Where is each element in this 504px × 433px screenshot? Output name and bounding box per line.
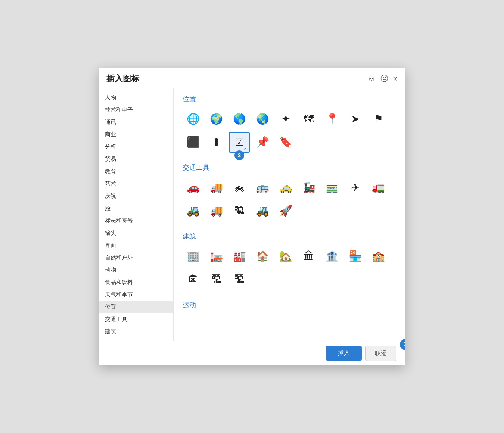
silo-icon: 🏗	[211, 273, 221, 286]
header-right: ☺ ☹ ×	[367, 74, 398, 84]
icon-cell-bus[interactable]: 🚌	[252, 177, 273, 198]
icon-cell-office1[interactable]: 🏢	[183, 246, 203, 267]
icon-cell-taxi[interactable]: 🚕	[275, 177, 296, 198]
tractor-icon: 🚜	[256, 205, 269, 217]
icon-cell-checkclock[interactable]: ☑2	[229, 132, 250, 153]
map-icon: 🗺	[304, 113, 314, 125]
icon-cell-direction[interactable]: ⬆	[206, 132, 227, 153]
icon-cell-car[interactable]: 🚗	[183, 177, 203, 198]
navigate-icon: ➤	[351, 113, 360, 125]
happy-emoji-btn[interactable]: ☺	[367, 74, 376, 84]
icon-cell-globe3[interactable]: 🌎	[229, 109, 250, 130]
school-icon: 🏫	[372, 250, 385, 262]
sidebar-item-business[interactable]: 商业	[99, 128, 173, 141]
plane-icon: ✈	[351, 181, 360, 194]
icon-cell-house2[interactable]: 🏡	[275, 246, 296, 267]
sidebar-item-tech[interactable]: 技术和电子	[99, 104, 173, 116]
sidebar-item-location[interactable]: 位置1	[99, 301, 173, 313]
sidebar-item-building[interactable]: 建筑	[99, 325, 173, 338]
icon-cell-bookmark[interactable]: 🔖	[275, 132, 296, 153]
sidebar-item-people[interactable]: 人物	[99, 91, 173, 104]
icon-cell-truck[interactable]: 🚚	[206, 177, 227, 198]
barn-icon: 🏚	[188, 273, 198, 286]
icon-cell-bank[interactable]: 🏦	[321, 246, 342, 267]
sidebar-item-interface[interactable]: 界面	[99, 239, 173, 252]
crane-icon: 🏗	[234, 205, 245, 217]
globe2-icon: 🌍	[210, 113, 223, 125]
globe3-icon: 🌎	[233, 113, 246, 125]
icon-cell-tram[interactable]: 🚃	[321, 177, 342, 198]
icon-cell-tractor[interactable]: 🚜	[252, 200, 273, 221]
sidebar-item-arrows[interactable]: 箭头	[99, 227, 173, 239]
sidebar-item-celebrate[interactable]: 庆祝	[99, 190, 173, 202]
cancel-button[interactable]: 职逻	[365, 346, 396, 361]
train-icon: 🚂	[302, 181, 315, 194]
sidebar-item-analysis[interactable]: 分析	[99, 141, 173, 153]
sidebar-item-animals[interactable]: 动物	[99, 264, 173, 276]
sidebar-item-education[interactable]: 教育	[99, 165, 173, 178]
icon-cell-house1[interactable]: 🏠	[252, 246, 273, 267]
icon-cell-office2[interactable]: 🏣	[206, 246, 227, 267]
icon-cell-store[interactable]: 🏪	[345, 246, 365, 267]
globe4-icon: 🌏	[256, 113, 269, 125]
sidebar-item-nature[interactable]: 自然和户外	[99, 252, 173, 264]
sidebar-item-comm[interactable]: 通讯	[99, 116, 173, 128]
icon-cell-globe4[interactable]: 🌏	[252, 109, 273, 130]
bus-icon: 🚌	[256, 181, 269, 194]
icon-cell-bulldozer[interactable]: 🚜	[183, 200, 203, 221]
icon-cell-motorbike[interactable]: 🏍	[229, 177, 250, 198]
dumptruck-icon: 🚛	[372, 181, 385, 194]
section-sports: 运动	[183, 300, 398, 309]
icon-cell-rocket[interactable]: 🚀	[275, 200, 296, 221]
sidebar-item-art[interactable]: 艺术	[99, 178, 173, 190]
section-title-sports: 运动	[183, 300, 398, 309]
icon-cell-globe2[interactable]: 🌍	[206, 109, 227, 130]
towtruck-icon: 🚚	[210, 205, 223, 217]
taxi-icon: 🚕	[279, 181, 292, 194]
dialog-footer: 插入 职逻 3	[99, 341, 405, 365]
main-content: 位置🌐🌍🌎🌏✦🗺📍➤⚑⬛⬆☑2📌🔖交通工具🚗🚚🏍🚌🚕🚂🚃✈🚛🚜🚚🏗🚜🚀建筑🏢🏣🏭…	[174, 88, 405, 341]
icon-cell-sign[interactable]: ⬛	[183, 132, 203, 153]
icon-cell-school[interactable]: 🏫	[368, 246, 389, 267]
store-icon: 🏪	[349, 250, 362, 262]
icon-cell-train[interactable]: 🚂	[298, 177, 319, 198]
sad-emoji-btn[interactable]: ☹	[380, 74, 389, 84]
icon-cell-map[interactable]: 🗺	[298, 109, 319, 130]
icon-cell-windmill[interactable]: 🏗	[229, 269, 250, 290]
sign-icon: ⬛	[187, 136, 200, 148]
sidebar-item-transport[interactable]: 交通工具	[99, 313, 173, 325]
icon-cell-factory[interactable]: 🏭	[229, 246, 250, 267]
icon-cell-plane[interactable]: ✈	[345, 177, 365, 198]
icon-cell-pin2[interactable]: 📌	[252, 132, 273, 153]
annotation-badge-2: 2	[234, 150, 244, 160]
icon-cell-navigate[interactable]: ➤	[345, 109, 365, 130]
sidebar-item-trade[interactable]: 贸易	[99, 153, 173, 165]
icon-cell-dumptruck[interactable]: 🚛	[368, 177, 389, 198]
rocket-icon: 🚀	[279, 205, 292, 217]
sidebar-item-face[interactable]: 脸	[99, 202, 173, 215]
bookmark-icon: 🔖	[279, 136, 292, 148]
icon-cell-pin[interactable]: 📍	[321, 109, 342, 130]
icon-cell-towtruck[interactable]: 🚚	[206, 200, 227, 221]
insert-button[interactable]: 插入	[326, 346, 362, 361]
bank-icon: 🏦	[326, 250, 339, 262]
icon-cell-barn[interactable]: 🏚	[183, 269, 203, 290]
icon-cell-museum[interactable]: 🏛	[298, 246, 319, 267]
truck-icon: 🚚	[210, 181, 223, 194]
icon-cell-crane[interactable]: 🏗	[229, 200, 250, 221]
icon-grid-location: 🌐🌍🌎🌏✦🗺📍➤⚑⬛⬆☑2📌🔖	[183, 109, 398, 153]
icon-grid-building: 🏢🏣🏭🏠🏡🏛🏦🏪🏫🏚🏗🏗	[183, 246, 398, 290]
icon-cell-compass[interactable]: ✦	[275, 109, 296, 130]
sidebar-item-weather[interactable]: 天气和季节	[99, 289, 173, 301]
tram-icon: 🚃	[326, 181, 339, 194]
sidebar-item-signs[interactable]: 标志和符号	[99, 215, 173, 227]
compass-icon: ✦	[281, 113, 290, 125]
flag-icon: ⚑	[374, 113, 383, 125]
icon-cell-silo[interactable]: 🏗	[206, 269, 227, 290]
sidebar: 人物技术和电子通讯商业分析贸易教育艺术庆祝脸标志和符号箭头界面自然和户外动物食品…	[99, 88, 174, 341]
icon-cell-flag[interactable]: ⚑	[368, 109, 389, 130]
section-title-location: 位置	[183, 94, 398, 103]
sidebar-item-food[interactable]: 食品和饮料	[99, 276, 173, 289]
close-button[interactable]: ×	[393, 75, 398, 82]
icon-cell-globe1[interactable]: 🌐	[183, 109, 203, 130]
